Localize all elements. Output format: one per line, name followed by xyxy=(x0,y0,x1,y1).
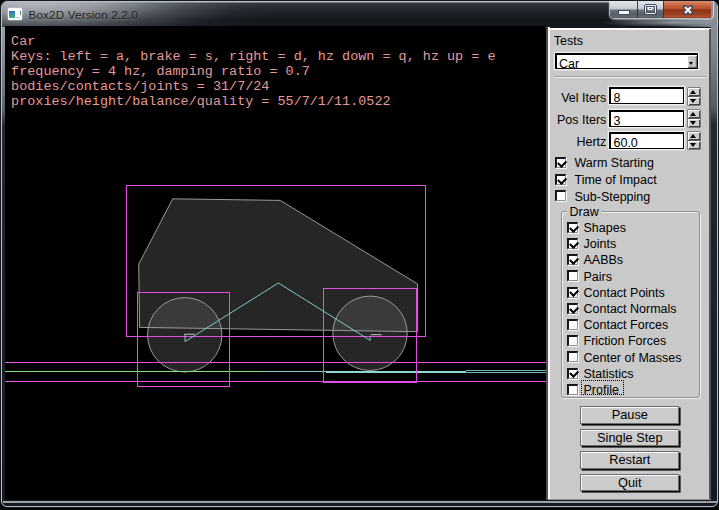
svg-text:Keys: left = a, brake = s, rig: Keys: left = a, brake = s, right = d, hz… xyxy=(11,49,495,64)
svg-text:frequency = 4 hz, damping rati: frequency = 4 hz, damping ratio = 0.7 xyxy=(11,64,310,79)
svg-text:Car: Car xyxy=(11,34,35,49)
svg-text:bodies/contacts/joints = 31/7/: bodies/contacts/joints = 31/7/24 xyxy=(11,79,269,94)
svg-text:proxies/height/balance/quality: proxies/height/balance/quality = 55/7/1/… xyxy=(11,94,390,109)
